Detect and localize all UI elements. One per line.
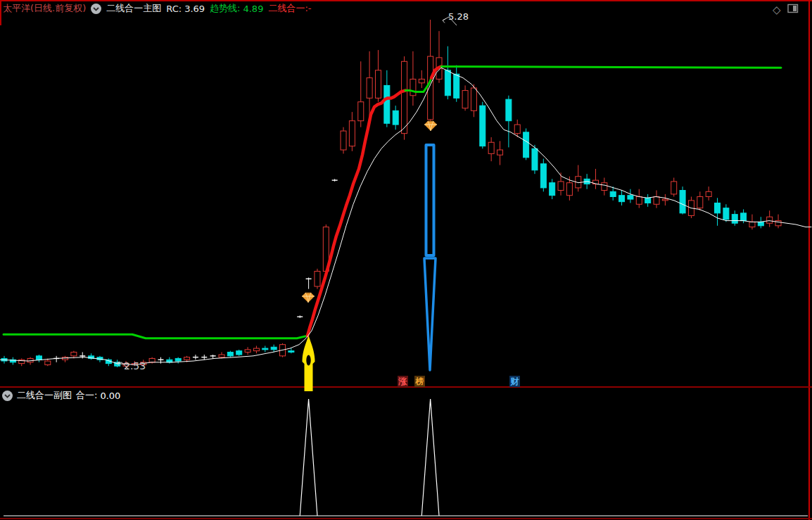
trend-label: 趋势线:	[210, 2, 240, 15]
main-indicator-name[interactable]: 二线合一主图	[106, 2, 161, 15]
erxianheyi-value: 二线合一:-	[268, 2, 311, 15]
sub-indicator-name[interactable]: 二线合一副图	[17, 389, 72, 402]
chevron-down-icon[interactable]	[91, 4, 101, 14]
trading-app-window: { "header": { "title": "太平洋(日线.前复权)", "t…	[0, 0, 812, 520]
chevron-down-icon[interactable]	[2, 391, 13, 401]
main-chart-header: 太平洋(日线.前复权) 二线合一主图 RC: 3.69 趋势线: 4.89 二线…	[3, 2, 312, 15]
diamond-icon[interactable]: ◇	[773, 5, 781, 15]
heyi-value: 0.00	[100, 391, 120, 401]
event-badge[interactable]: 涨	[398, 376, 408, 387]
candlestick-chart[interactable]	[0, 0, 812, 520]
stock-title: 太平洋(日线.前复权)	[3, 2, 86, 15]
rc-value: 3.69	[184, 4, 205, 14]
subchart-header: 二线合一副图 合一: 0.00	[2, 389, 120, 402]
rc-label: RC:	[166, 4, 182, 14]
trend-value: 4.89	[243, 4, 263, 14]
panel-layout-icon[interactable]	[787, 3, 799, 16]
window-controls: ◇	[773, 3, 799, 16]
high-price-label: 5.28	[448, 11, 469, 22]
low-price-label: 2.53	[124, 360, 146, 372]
heyi-label: 合一:	[76, 389, 97, 402]
event-badge[interactable]: 财	[509, 376, 520, 387]
event-badge[interactable]: 榜	[414, 376, 425, 387]
